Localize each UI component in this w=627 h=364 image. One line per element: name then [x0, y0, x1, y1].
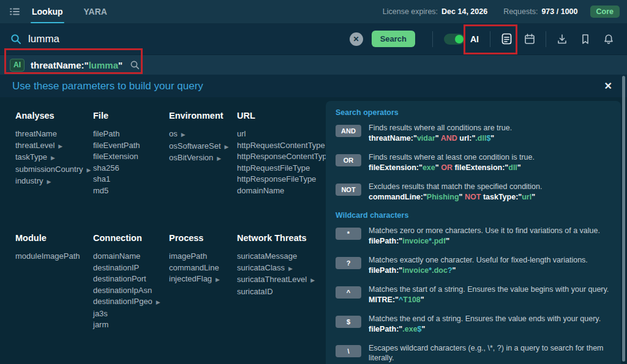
tab-lookup[interactable]: Lookup	[31, 0, 64, 23]
param-item-sha1[interactable]: sha1	[93, 174, 169, 185]
param-group-title: Analyses	[15, 111, 93, 121]
param-group-title: Module	[15, 233, 93, 243]
param-item-filePath[interactable]: filePath	[93, 128, 169, 140]
ai-toggle[interactable]	[444, 34, 465, 45]
param-item-industry[interactable]: industry▶	[15, 176, 93, 188]
param-group-title: URL	[237, 111, 325, 121]
param-group-title: Connection	[93, 233, 169, 243]
chevron-right-icon: ▶	[156, 299, 160, 305]
chevron-right-icon: ▶	[51, 155, 55, 161]
notifications-bell-icon[interactable]	[600, 33, 617, 45]
chevron-right-icon: ▶	[181, 132, 186, 138]
param-item-suricataThreatLevel[interactable]: suricataThreatLevel▶	[237, 274, 325, 286]
search-bar: ✕ Search AI	[0, 23, 627, 55]
rule-description: Matches the start of a string. Ensures t…	[369, 284, 609, 294]
ai-suggestion-row[interactable]: AI threatName:"lumma"	[0, 55, 627, 75]
param-item-taskType[interactable]: taskType▶	[15, 152, 93, 164]
param-item-md5[interactable]: md5	[93, 185, 169, 197]
param-item-destinationIPgeo[interactable]: destinationIPgeo▶	[93, 296, 169, 308]
param-item-fileEventPath[interactable]: fileEventPath	[93, 140, 169, 152]
wildcard-rule: \Escapes wildcard characters (e.g., \*, …	[336, 343, 612, 364]
tab-yara[interactable]: YARA	[83, 0, 108, 23]
param-group-title: Environment	[169, 111, 237, 121]
rule-description: Matches the end of a string. Ensures the…	[369, 314, 601, 324]
param-group-url: URLurlhttpRequestContentTypehttpResponse…	[237, 111, 325, 196]
rule-badge: ^	[336, 286, 361, 299]
search-button[interactable]: Search	[372, 31, 415, 47]
param-item-suricataClass[interactable]: suricataClass▶	[237, 262, 325, 275]
bookmark-icon[interactable]	[577, 33, 594, 45]
params-content: AnalysesthreatNamethreatLevel▶taskType▶s…	[0, 97, 627, 364]
param-columns: AnalysesthreatNamethreatLevel▶taskType▶s…	[15, 111, 325, 331]
wildcard-rule: ^Matches the start of a string. Ensures …	[336, 284, 612, 305]
param-item-httpResponseFileType[interactable]: httpResponseFileType	[237, 174, 325, 185]
param-item-httpRequestContentType[interactable]: httpRequestContentType	[237, 140, 325, 152]
chevron-right-icon: ▶	[58, 143, 62, 149]
param-group-title: File	[93, 111, 169, 121]
rule-badge: *	[336, 228, 361, 240]
rule-badge: AND	[336, 125, 361, 137]
param-item-sha256[interactable]: sha256	[93, 163, 169, 174]
query-list-icon[interactable]	[498, 32, 515, 45]
param-item-suricataMessage[interactable]: suricataMessage	[237, 251, 325, 262]
scrollbar-thumb[interactable]	[622, 76, 625, 362]
wildcard-rule: ?Matches exactly one character. Useful f…	[336, 255, 612, 276]
rule-example-query: commandLine:"Phishing" NOT taskType:"url…	[369, 192, 542, 202]
param-item-destinationIP[interactable]: destinationIP	[93, 262, 169, 274]
chevron-right-icon: ▶	[310, 277, 315, 283]
license-label: License expires:	[383, 7, 438, 16]
param-item-destinationPort[interactable]: destinationPort	[93, 273, 169, 285]
chevron-right-icon: ▶	[288, 266, 293, 272]
wildcard-rule: *Matches zero or more characters. Use it…	[336, 226, 612, 247]
param-item-httpRequestFileType[interactable]: httpRequestFileType	[237, 163, 325, 174]
calendar-icon[interactable]	[521, 33, 538, 45]
param-item-url[interactable]: url	[237, 128, 325, 140]
clear-search-button[interactable]: ✕	[350, 32, 363, 46]
param-item-osSoftwareSet[interactable]: osSoftwareSet▶	[169, 141, 237, 153]
requests-label: Requests:	[503, 7, 538, 16]
rule-example-query: filePath:"invoice*.doc?"	[369, 266, 588, 276]
param-item-imagePath[interactable]: imagePath	[169, 251, 237, 262]
divider	[546, 31, 546, 47]
param-item-injectedFlag[interactable]: injectedFlag▶	[169, 273, 237, 286]
param-item-destinationIpAsn[interactable]: destinationIpAsn	[93, 285, 169, 297]
param-group-title: Network Threats	[237, 233, 325, 243]
search-operator-rule: ORFinds results where at least one condi…	[336, 152, 612, 173]
params-panel-title: Use these parameters to build your query	[12, 80, 203, 92]
rule-description: Finds results where all conditions are t…	[369, 123, 512, 133]
param-item-threatLevel[interactable]: threatLevel▶	[15, 140, 93, 152]
topbar-status: License expires: Dec 14, 2026 Requests: …	[383, 0, 620, 23]
param-item-domainName[interactable]: domainName	[237, 185, 325, 197]
params-panel-header: Use these parameters to build your query…	[0, 75, 627, 97]
ai-toggle-group: AI	[440, 34, 482, 45]
rule-description: Excludes results that match the specifie…	[369, 182, 542, 191]
param-group-network-threats: Network ThreatssuricataMessagesuricataCl…	[237, 233, 325, 331]
param-item-suricataID[interactable]: suricataID	[237, 286, 325, 298]
search-operator-rule: ANDFinds results where all conditions ar…	[336, 123, 612, 144]
param-item-osBitVersion[interactable]: osBitVersion▶	[169, 152, 237, 165]
ai-toggle-label: AI	[470, 34, 479, 44]
param-item-threatName[interactable]: threatName	[15, 128, 93, 140]
search-operator-title: Search operators	[336, 108, 612, 117]
search-input[interactable]	[28, 33, 291, 45]
close-icon[interactable]: ✕	[601, 79, 616, 93]
requests-value: 973 / 1000	[541, 7, 577, 16]
chevron-right-icon: ▶	[216, 277, 220, 283]
param-item-jarm[interactable]: jarm	[93, 319, 169, 331]
menu-list-icon[interactable]	[9, 0, 21, 23]
rule-description: Escapes wildcard characters (e.g., \*, ?…	[369, 343, 612, 363]
param-item-commandLine[interactable]: commandLine	[169, 262, 237, 274]
download-icon[interactable]	[554, 33, 571, 45]
rule-description: Finds results where at least one conditi…	[369, 152, 535, 162]
param-item-os[interactable]: os▶	[169, 128, 237, 141]
chevron-right-icon: ▶	[225, 144, 229, 150]
param-item-fileExtension[interactable]: fileExtension	[93, 151, 169, 163]
param-item-domainName[interactable]: domainName	[93, 251, 169, 262]
top-bar: LookupYARA License expires: Dec 14, 2026…	[0, 0, 627, 23]
param-item-submissionCountry[interactable]: submissionCountry▶	[15, 164, 93, 176]
param-item-ja3s[interactable]: ja3s	[93, 308, 169, 320]
plan-badge: Core	[590, 6, 620, 18]
param-item-httpResponseContentType[interactable]: httpResponseContentType	[237, 151, 325, 163]
param-item-moduleImagePath[interactable]: moduleImagePath	[15, 251, 93, 262]
param-group-analyses: AnalysesthreatNamethreatLevel▶taskType▶s…	[15, 111, 93, 196]
